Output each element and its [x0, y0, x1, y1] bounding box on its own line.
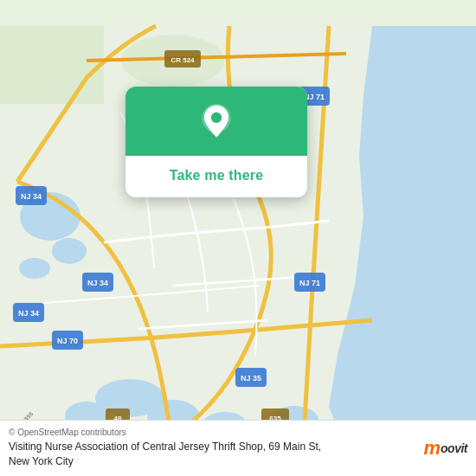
svg-point-3: [52, 238, 87, 264]
svg-text:NJ 35: NJ 35: [241, 374, 261, 383]
svg-point-39: [211, 113, 222, 123]
location-name: Visiting Nurse Association of Central Je…: [9, 440, 338, 469]
svg-point-4: [19, 258, 50, 279]
moovit-logo: m oovit: [423, 439, 467, 458]
map-svg: NJ 34 NJ 34 NJ 34 NJ 71 NJ 71 NJ 70 NJ 3…: [0, 0, 476, 476]
svg-rect-15: [0, 26, 104, 104]
card-button-area[interactable]: Take me there: [125, 156, 307, 197]
svg-text:NJ 71: NJ 71: [299, 279, 320, 287]
take-me-there-button[interactable]: Take me there: [170, 168, 264, 183]
svg-point-9: [339, 353, 370, 374]
location-pin-icon: [197, 104, 235, 142]
svg-text:NJ 34: NJ 34: [21, 192, 42, 201]
map-container: NJ 34 NJ 34 NJ 34 NJ 71 NJ 71 NJ 70 NJ 3…: [0, 0, 476, 476]
svg-text:NJ 34: NJ 34: [87, 279, 108, 287]
bottom-bar: © OpenStreetMap contributors Visiting Nu…: [0, 420, 476, 476]
moovit-m-letter: m: [423, 439, 441, 458]
card-green-area: [125, 87, 307, 156]
svg-point-6: [408, 83, 440, 107]
copyright-text: © OpenStreetMap contributors: [9, 428, 338, 437]
moovit-text: oovit: [441, 441, 467, 455]
svg-text:NJ 34: NJ 34: [18, 309, 39, 318]
svg-point-8: [385, 333, 428, 359]
bottom-left: © OpenStreetMap contributors Visiting Nu…: [9, 428, 338, 469]
svg-text:NJ 70: NJ 70: [57, 337, 78, 345]
svg-text:CR 524: CR 524: [170, 56, 195, 64]
navigation-card: Take me there: [125, 87, 307, 197]
